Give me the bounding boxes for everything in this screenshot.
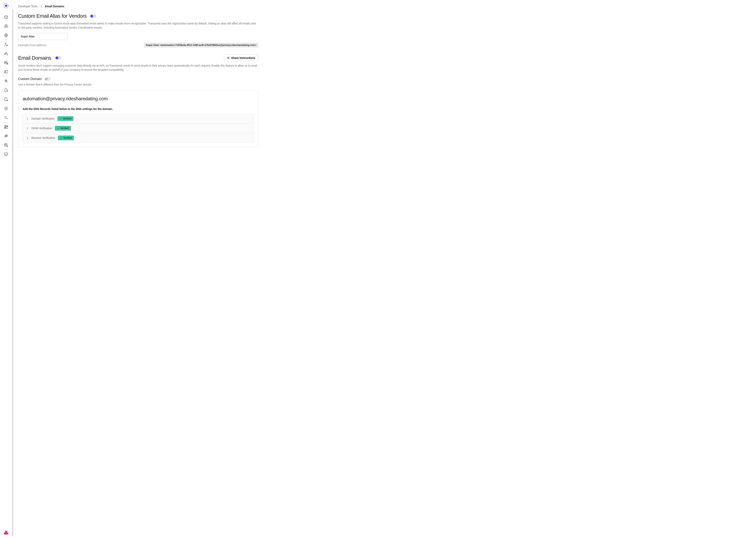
share-icon <box>227 57 230 59</box>
verification-row: ❯ Receive Verification Verified <box>23 133 254 143</box>
svg-rect-18 <box>6 127 8 129</box>
verification-row: ❯ DKIM Verification Verified <box>23 124 254 133</box>
search-db-icon[interactable] <box>4 79 8 83</box>
svg-rect-23 <box>4 153 8 155</box>
status-text: Verified <box>63 136 72 139</box>
breadcrumb: Developer Tools ❯ Email Domains <box>18 5 258 8</box>
brand-icon <box>3 530 9 535</box>
example-from-value: Super Alias <automation+71836c0a-9511-44… <box>144 43 258 47</box>
verification-row: ❯ Domain Verification Verified <box>23 114 254 124</box>
list-plus-icon[interactable] <box>4 115 8 120</box>
cube-icon[interactable] <box>4 15 8 19</box>
svg-point-11 <box>5 80 7 82</box>
globe-icon[interactable] <box>4 33 8 37</box>
verification-label: Domain Verification <box>31 117 55 120</box>
scroll-indicator <box>12 9 13 536</box>
domain-email: automation@privacy.ridesharedating.com <box>23 96 254 101</box>
file-in-icon[interactable] <box>4 88 8 92</box>
example-from-label: Example From address: <box>18 43 47 47</box>
file-block-icon[interactable] <box>4 97 8 101</box>
chevron-right-icon[interactable]: ❯ <box>26 136 29 139</box>
domains-toggle[interactable] <box>55 56 62 60</box>
svg-point-26 <box>7 533 8 534</box>
custom-domain-description: Use a domain that is different than the … <box>18 82 258 87</box>
svg-rect-7 <box>4 63 7 64</box>
check-icon <box>60 137 62 139</box>
eye-off-icon[interactable] <box>4 134 8 138</box>
check-icon <box>60 118 62 120</box>
svg-rect-29 <box>5 532 7 533</box>
users-cog-icon[interactable] <box>4 42 8 47</box>
chevron-right-icon: ❯ <box>40 5 42 8</box>
status-badge: Verified <box>58 135 74 140</box>
dashboard-icon[interactable] <box>4 125 8 129</box>
verification-label: DKIM Verification <box>31 127 52 130</box>
alias-input[interactable] <box>18 33 68 40</box>
domains-title: Email Domains <box>18 55 51 61</box>
custom-domain-toggle[interactable] <box>44 77 51 81</box>
chevron-right-icon[interactable]: ❯ <box>26 117 29 120</box>
domains-description: Some vendors don't support managing cust… <box>18 64 258 72</box>
svg-point-25 <box>4 533 5 534</box>
svg-point-22 <box>7 146 8 147</box>
thumbs-gear-icon[interactable] <box>4 51 8 56</box>
compass-icon[interactable] <box>4 106 8 111</box>
check-icon <box>57 127 59 130</box>
svg-point-4 <box>7 45 7 46</box>
app-logo-icon[interactable] <box>3 3 9 9</box>
status-badge: Verified <box>58 116 73 121</box>
breadcrumb-current: Email Domains <box>45 5 64 8</box>
share-button-label: Share Instructions <box>231 56 255 60</box>
domain-panel: automation@privacy.ridesharedating.com A… <box>18 91 258 147</box>
dns-instruction: Add the DNS Records listed below to the … <box>23 107 254 111</box>
verification-label: Receive Verification <box>31 136 55 139</box>
table-edit-icon[interactable] <box>4 143 8 147</box>
breadcrumb-parent[interactable]: Developer Tools <box>18 5 37 8</box>
chevron-right-icon[interactable]: ❯ <box>26 127 29 130</box>
status-text: Verified <box>63 117 71 120</box>
svg-point-5 <box>7 54 8 55</box>
sidebar <box>0 0 12 538</box>
server-block-icon[interactable] <box>4 61 8 65</box>
svg-point-0 <box>5 5 7 7</box>
custom-domain-title: Custom Domain <box>18 77 42 81</box>
alias-title: Custom Email Alias for Vendors <box>18 13 87 19</box>
status-badge: Verified <box>55 126 71 131</box>
status-text: Verified <box>60 127 69 130</box>
cubes-icon[interactable] <box>4 24 8 28</box>
svg-point-12 <box>5 81 6 81</box>
svg-point-15 <box>4 107 8 110</box>
alias-description: Transcend supports setting a custom emai… <box>18 22 258 30</box>
svg-point-3 <box>5 43 6 44</box>
share-instructions-button[interactable]: Share Instructions <box>224 55 258 61</box>
verification-list: ❯ Domain Verification Verified ❯ DKIM Ve… <box>23 114 254 143</box>
code-monitor-icon[interactable] <box>4 152 8 156</box>
svg-rect-17 <box>6 125 8 127</box>
svg-rect-19 <box>4 128 6 129</box>
svg-rect-16 <box>4 125 6 127</box>
svg-point-10 <box>5 71 6 72</box>
alias-toggle[interactable] <box>90 14 96 18</box>
id-card-icon[interactable] <box>4 70 8 74</box>
main-content: Developer Tools ❯ Email Domains Custom E… <box>12 0 756 538</box>
svg-rect-6 <box>4 61 7 63</box>
